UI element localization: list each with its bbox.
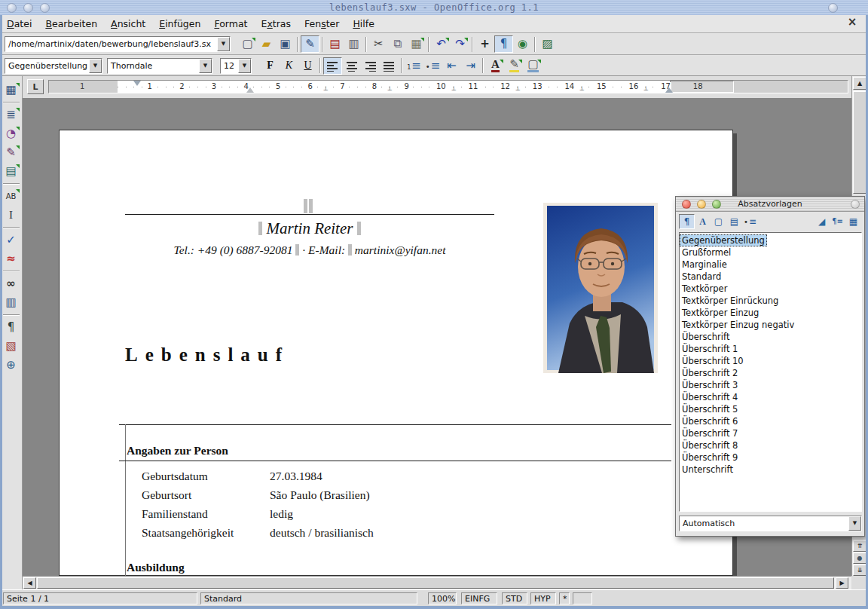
find-replace-button[interactable]: ∞ (2, 274, 21, 293)
font-color-button[interactable]: A (486, 57, 505, 75)
font-name-value[interactable]: Thorndale (108, 59, 199, 73)
navigator-button[interactable]: + (475, 35, 494, 53)
tab-stop-marker[interactable]: ⊥ (579, 85, 585, 92)
scroll-right-button[interactable]: ▶ (836, 577, 848, 589)
paragraph-style-value[interactable]: Gegenüberstellung (5, 59, 89, 73)
navigation-button[interactable]: ● (853, 552, 866, 564)
spellcheck-button[interactable]: ✓ (2, 231, 21, 249)
style-item[interactable]: Überschrift 4 (680, 391, 861, 403)
stylist-titlebar[interactable]: Absatzvorlagen (676, 197, 864, 212)
decrease-indent-button[interactable]: ⇤ (442, 57, 461, 75)
gallery-button[interactable]: ▨ (538, 35, 557, 53)
highlighting-button[interactable]: ✎ (505, 57, 524, 75)
direct-cursor-button[interactable]: I (2, 206, 21, 225)
new-style-from-selection-button[interactable]: ¶≡ (830, 214, 845, 229)
align-justify-button[interactable] (380, 57, 399, 75)
page-style-status[interactable]: Standard (200, 592, 417, 604)
menu-fenster[interactable]: Fenster (298, 16, 346, 32)
left-indent-marker[interactable] (246, 84, 254, 93)
titlebar[interactable]: lebenslauf3.sxw - OpenOffice.org 1.1 (0, 0, 868, 15)
style-item[interactable]: Überschrift 2 (680, 367, 861, 379)
style-item[interactable]: Überschrift 9 (680, 451, 861, 464)
graphics-onoff-button[interactable]: ▧ (2, 337, 21, 356)
menu-datei[interactable]: Datei (0, 16, 38, 32)
edit-file-button[interactable]: ✎ (301, 35, 319, 53)
right-indent-marker[interactable] (665, 84, 673, 93)
menu-hilfe[interactable]: Hilfe (346, 16, 381, 32)
style-list[interactable]: GegenüberstellungGrußformelMarginalieSta… (679, 232, 862, 512)
page-styles-button[interactable]: ▤ (726, 214, 742, 229)
horizontal-scrollbar[interactable]: ◀ ▶ (23, 576, 851, 589)
next-page-button[interactable]: ⇊ (853, 565, 866, 576)
copy-button[interactable]: ⧉ (388, 35, 407, 53)
style-item[interactable]: Überschrift 5 (680, 403, 861, 415)
new-document-button[interactable]: ▢ (238, 35, 257, 53)
scroll-left-button[interactable]: ◀ (23, 577, 36, 589)
close-icon[interactable]: × (845, 17, 859, 28)
align-right-button[interactable] (361, 57, 380, 75)
insert-table-button[interactable]: ▦ (2, 81, 21, 99)
insert-section-button[interactable]: ≣ (2, 106, 21, 124)
tab-stop-marker[interactable]: ⊥ (323, 85, 329, 92)
style-item[interactable]: Textkörper Einzug (680, 307, 861, 319)
window-shade-button[interactable] (828, 3, 838, 13)
font-size-value[interactable]: 12 (221, 59, 238, 73)
document-page[interactable]: Martin Reiter Tel.: +49 (0) 6887-92081 ·… (59, 130, 733, 576)
autotext-button[interactable]: AB (2, 187, 21, 206)
update-style-button[interactable]: ▦ (845, 214, 861, 229)
style-item[interactable]: Textkörper (680, 283, 861, 295)
numbering-styles-button[interactable]: ≡ (742, 214, 758, 229)
url-dropdown-button[interactable]: ▼ (217, 37, 230, 51)
scroll-up-button[interactable]: ▲ (853, 77, 866, 90)
stylist-shade-button[interactable] (851, 200, 860, 209)
stylist-button[interactable]: ¶ (494, 35, 513, 53)
style-item[interactable]: Überschrift 8 (680, 439, 861, 451)
data-sources-button[interactable]: ▥ (2, 293, 21, 312)
menu-bearbeiten[interactable]: Bearbeiten (38, 16, 104, 32)
underline-button[interactable]: U (298, 57, 317, 75)
draw-functions-button[interactable]: ✎ (2, 143, 21, 162)
menu-ansicht[interactable]: Ansicht (104, 16, 152, 32)
size-dropdown-button[interactable]: ▼ (238, 59, 251, 73)
style-item[interactable]: Überschrift 10 (680, 355, 861, 367)
font-dropdown-button[interactable]: ▼ (199, 59, 212, 73)
export-pdf-button[interactable]: ▤ (326, 35, 344, 53)
style-item[interactable]: Unterschrift (680, 464, 861, 476)
save-button[interactable]: ▣ (276, 35, 295, 53)
horizontal-ruler[interactable]: 1123456789101112131415161718⊥⊥⊥⊥⊥⊥ (48, 80, 848, 93)
undo-button[interactable]: ↶ (432, 35, 451, 53)
style-item[interactable]: Standard (680, 271, 861, 283)
frame-styles-button[interactable]: ▢ (711, 214, 726, 229)
print-button[interactable]: ▥ (344, 35, 363, 53)
open-button[interactable]: ▰ (257, 35, 276, 53)
hyperlink-dialog-button[interactable]: ◉ (513, 35, 532, 53)
style-item[interactable]: Überschrift 7 (680, 427, 861, 439)
vertical-scroll-thumb[interactable] (853, 91, 866, 194)
hyperlink-mode-status[interactable]: HYP (530, 592, 556, 604)
style-item[interactable]: Marginalie (680, 259, 861, 271)
increase-indent-button[interactable]: ⇥ (461, 57, 480, 75)
previous-page-button[interactable]: ⇈ (853, 540, 866, 552)
numbered-list-button[interactable]: ≡ (405, 57, 423, 75)
menu-format[interactable]: Format (207, 16, 254, 32)
style-item[interactable]: Überschrift 3 (680, 379, 861, 391)
redo-button[interactable]: ↷ (451, 35, 469, 53)
align-left-button[interactable] (323, 57, 342, 75)
menu-extras[interactable]: Extras (254, 16, 298, 32)
insert-object-button[interactable]: ◔ (2, 124, 21, 143)
selection-mode-status[interactable]: STD (502, 592, 527, 604)
url-input[interactable]: /home/martinix/daten/bewerbung/lebenslau… (5, 37, 217, 51)
tab-stop-marker[interactable]: ⊥ (451, 85, 457, 92)
zoom-status[interactable]: 100% (428, 592, 457, 604)
horizontal-scroll-thumb[interactable] (37, 577, 834, 589)
fill-format-mode-button[interactable]: ◢ (814, 214, 830, 229)
style-item[interactable]: Textkörper Einrückung (680, 295, 861, 307)
style-item[interactable]: Gegenüberstellung (680, 234, 767, 246)
cut-button[interactable]: ✂ (369, 35, 388, 53)
menu-einfügen[interactable]: Einfügen (152, 16, 207, 32)
paste-button[interactable]: ▦ (407, 35, 426, 53)
bullet-list-button[interactable]: ≡ (423, 57, 442, 75)
tab-stop-marker[interactable]: ⊥ (515, 85, 521, 92)
style-item[interactable]: Überschrift (680, 331, 861, 343)
character-styles-button[interactable]: A (695, 214, 711, 229)
